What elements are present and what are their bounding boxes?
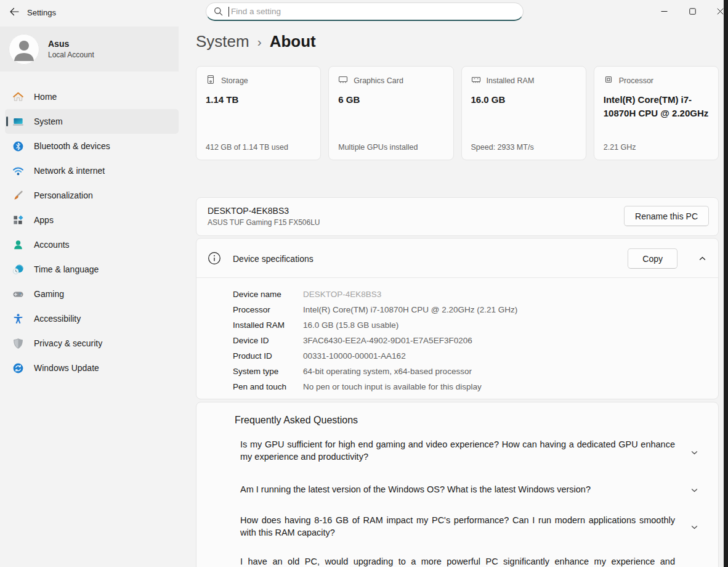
spec-value: Intel(R) Core(TM) i7-10870H CPU @ 2.20GH… <box>303 305 517 314</box>
spec-cards: Storage 1.14 TB 412 GB of 1.14 TB used G… <box>196 66 719 160</box>
network-icon <box>12 165 24 177</box>
card-value: 16.0 GB <box>471 93 576 107</box>
faq-question-windows-version[interactable]: Am I running the latest version of the W… <box>240 483 675 496</box>
spec-card-graphics: Graphics Card 6 GB Multiple GPUs install… <box>328 66 453 160</box>
sidebar-item-bluetooth-devices[interactable]: Bluetooth & devices <box>5 134 179 158</box>
desktop-edge <box>724 0 728 567</box>
spec-value: 00331-10000-00001-AA162 <box>303 351 406 361</box>
rename-pc-button[interactable]: Rename this PC <box>624 206 709 226</box>
sidebar-item-accessibility[interactable]: Accessibility <box>5 306 179 331</box>
sidebar-item-label: Privacy & security <box>34 338 102 348</box>
spec-value: 16.0 GB (15.8 GB usable) <box>303 320 398 330</box>
sidebar-item-apps[interactable]: Apps <box>5 208 179 232</box>
chevron-down-icon[interactable] <box>690 449 698 457</box>
search-box[interactable] <box>206 2 524 21</box>
spec-row: Processor Intel(R) Core(TM) i7-10870H CP… <box>233 302 517 317</box>
maximize-button[interactable] <box>679 1 706 22</box>
spec-row: Device ID 3FAC6430-EE2A-4902-9D01-E7A5EF… <box>233 333 517 348</box>
accessibility-icon <box>12 313 24 325</box>
specs-rows: Device name DESKTOP-4EK8BS3 Processor In… <box>233 287 517 394</box>
personalization-icon <box>12 190 24 202</box>
app-title: Settings <box>27 8 56 17</box>
storage-icon <box>206 75 216 86</box>
chevron-up-icon[interactable] <box>698 255 706 263</box>
page-title: About <box>270 32 316 51</box>
card-note: 412 GB of 1.14 TB used <box>206 143 288 152</box>
spec-label: Product ID <box>233 351 303 361</box>
sidebar-item-accounts[interactable]: Accounts <box>5 232 179 257</box>
spec-value: No pen or touch input is available for t… <box>303 382 482 391</box>
spec-card-ram: Installed RAM 16.0 GB Speed: 2933 MT/s <box>461 66 586 160</box>
device-name-card: DESKTOP-4EK8BS3 ASUS TUF Gaming F15 FX50… <box>196 197 719 236</box>
sidebar-item-network-internet[interactable]: Network & internet <box>5 158 179 183</box>
sidebar-item-system[interactable]: System <box>5 109 179 134</box>
spec-row: System type 64-bit operating system, x64… <box>233 364 517 379</box>
spec-label: Installed RAM <box>233 320 303 330</box>
avatar <box>9 34 39 65</box>
faq-question-ram[interactable]: How does having 8-16 GB of RAM impact my… <box>240 514 675 539</box>
back-arrow-icon <box>9 7 19 18</box>
device-name: DESKTOP-4EK8BS3 <box>208 206 289 216</box>
time-language-icon <box>12 264 24 275</box>
card-label: Graphics Card <box>354 76 403 85</box>
sidebar-item-label: Network & internet <box>34 166 105 176</box>
account-type: Local Account <box>48 51 94 59</box>
sidebar-item-time-language[interactable]: Time & language <box>5 257 179 282</box>
minimize-button[interactable] <box>650 1 677 22</box>
spec-label: Device ID <box>233 336 303 345</box>
spec-row: Product ID 00331-10000-00001-AA162 <box>233 348 517 364</box>
processor-icon <box>604 75 613 86</box>
maximize-icon <box>689 7 696 17</box>
sidebar-item-windows-update[interactable]: Windows Update <box>5 356 179 380</box>
titlebar: Settings <box>0 0 724 25</box>
sidebar-item-label: System <box>34 116 63 126</box>
card-label: Processor <box>619 76 653 85</box>
sidebar: Asus Local Account Home System Bluetooth… <box>0 25 185 567</box>
sidebar-item-privacy-security[interactable]: Privacy & security <box>5 331 179 356</box>
sidebar-item-label: Time & language <box>34 264 99 274</box>
faq-card: Frequently Asked Questions Is my GPU suf… <box>196 402 719 567</box>
chevron-down-icon[interactable] <box>690 486 698 494</box>
close-icon <box>717 7 724 17</box>
graphics-card-icon <box>338 75 348 86</box>
minimize-icon <box>661 7 668 17</box>
spec-card-processor: Processor Intel(R) Core(TM) i7-10870H CP… <box>594 66 719 160</box>
sidebar-item-gaming[interactable]: Gaming <box>5 282 179 306</box>
sidebar-item-label: Accessibility <box>34 314 81 324</box>
sidebar-item-home[interactable]: Home <box>5 84 179 109</box>
chevron-down-icon[interactable] <box>690 523 698 531</box>
account-name: Asus <box>48 39 94 49</box>
device-specifications-card: Device specifications Copy Device name D… <box>196 238 719 399</box>
copy-button[interactable]: Copy <box>628 248 677 269</box>
back-button[interactable] <box>5 4 23 21</box>
system-icon <box>12 116 24 128</box>
sidebar-item-label: Personalization <box>34 190 93 200</box>
spec-row: Device name DESKTOP-4EK8BS3 <box>233 287 517 302</box>
sidebar-item-personalization[interactable]: Personalization <box>5 183 179 208</box>
search-input[interactable] <box>231 7 516 16</box>
spec-label: Pen and touch <box>233 382 303 391</box>
faq-question-gpu[interactable]: Is my GPU sufficient for high end gaming… <box>240 438 675 463</box>
accounts-icon <box>12 239 24 251</box>
spec-card-storage: Storage 1.14 TB 412 GB of 1.14 TB used <box>196 66 321 160</box>
spec-label: Processor <box>233 305 303 314</box>
account-card[interactable]: Asus Local Account <box>0 27 179 71</box>
info-icon <box>208 251 221 265</box>
bluetooth-icon <box>12 141 24 152</box>
spec-label: Device name <box>233 290 303 299</box>
windows-update-icon <box>12 362 24 374</box>
spec-label: System type <box>233 367 303 376</box>
sidebar-nav: Home System Bluetooth & devices Network … <box>0 84 185 380</box>
device-specifications-header[interactable]: Device specifications Copy <box>196 239 718 278</box>
spec-row: Installed RAM 16.0 GB (15.8 GB usable) <box>233 317 517 333</box>
home-icon <box>12 91 24 103</box>
apps-icon <box>12 214 24 226</box>
device-model: ASUS TUF Gaming F15 FX506LU <box>208 218 320 227</box>
specs-title: Device specifications <box>233 254 313 264</box>
sidebar-item-label: Bluetooth & devices <box>34 141 110 151</box>
spec-value: 3FAC6430-EE2A-4902-9D01-E7A5EF3F0206 <box>303 336 472 345</box>
card-label: Installed RAM <box>487 76 535 85</box>
faq-question-old-pc[interactable]: I have an old PC, would upgrading to a m… <box>240 555 675 567</box>
breadcrumb-system[interactable]: System <box>196 32 249 51</box>
sidebar-item-label: Gaming <box>34 289 64 299</box>
